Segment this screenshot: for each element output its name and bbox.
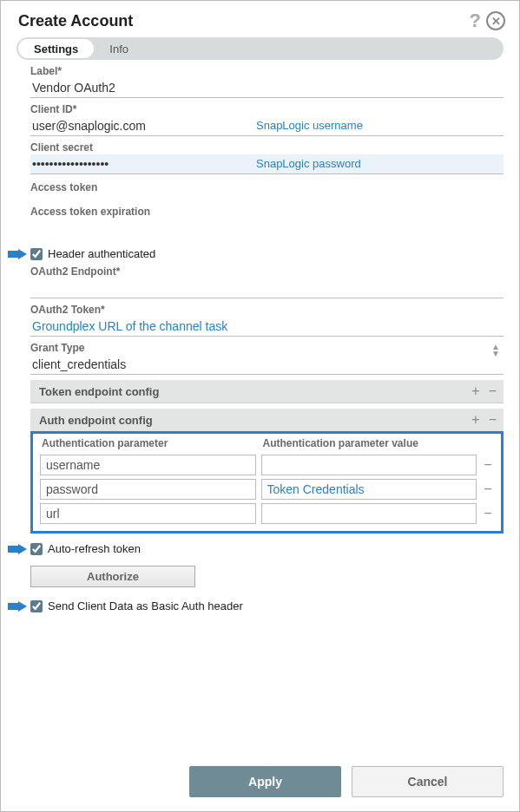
- pointer-arrow-icon: [8, 544, 27, 554]
- tabs-filler: [144, 37, 504, 60]
- create-account-dialog: Create Account ? ✕ Settings Info Label* …: [0, 0, 520, 812]
- svg-marker-1: [8, 544, 27, 554]
- auto-refresh-row: Auto-refresh token: [30, 542, 504, 555]
- client-secret-label: Client secret: [30, 141, 504, 154]
- tab-settings[interactable]: Settings: [18, 39, 94, 58]
- auth-param-name-input[interactable]: [40, 503, 256, 524]
- dialog-header-icons: ? ✕: [470, 10, 505, 32]
- auth-param-headers: Authentication parameter Authentication …: [40, 437, 494, 451]
- auth-param-value-input[interactable]: [261, 455, 477, 475]
- minus-icon[interactable]: −: [489, 383, 497, 399]
- auth-endpoint-config-header[interactable]: Auth endpoint config + −: [30, 409, 504, 432]
- token-endpoint-config-icons: + −: [471, 383, 497, 399]
- auth-endpoint-config-icons: + −: [471, 412, 497, 428]
- client-id-input[interactable]: [30, 116, 504, 136]
- auto-refresh-label: Auto-refresh token: [48, 542, 141, 555]
- auth-endpoint-config-body: Authentication parameter Authentication …: [30, 431, 504, 534]
- minus-icon[interactable]: −: [482, 481, 494, 497]
- help-icon[interactable]: ?: [470, 10, 481, 32]
- client-secret-input[interactable]: [30, 154, 504, 174]
- field-grant-type: Grant Type ▲▼: [30, 342, 504, 375]
- auth-param-value-input[interactable]: [261, 503, 477, 524]
- pointer-arrow-icon: [8, 249, 27, 259]
- grant-type-select[interactable]: [30, 355, 504, 375]
- field-client-id: Client ID* SnapLogic username: [30, 103, 504, 136]
- label-input[interactable]: [30, 78, 504, 98]
- auto-refresh-checkbox[interactable]: [30, 543, 43, 555]
- header-authenticated-label: Header authenticated: [48, 247, 155, 260]
- oauth-token-input[interactable]: [30, 317, 504, 337]
- send-basic-auth-label: Send Client Data as Basic Auth header: [48, 599, 243, 612]
- field-oauth-token: OAuth2 Token*: [30, 304, 504, 337]
- plus-icon[interactable]: +: [471, 383, 479, 399]
- field-oauth-endpoint: OAuth2 Endpoint*: [30, 265, 504, 298]
- close-icon[interactable]: ✕: [486, 11, 505, 30]
- field-label: Label*: [30, 65, 504, 98]
- auth-param-col2: Authentication parameter value: [261, 437, 483, 451]
- send-basic-auth-checkbox[interactable]: [30, 600, 43, 612]
- pointer-arrow-icon: [8, 601, 27, 612]
- token-endpoint-config-title: Token endpoint config: [39, 385, 159, 398]
- oauth-endpoint-input[interactable]: [30, 278, 504, 298]
- chevron-updown-icon[interactable]: ▲▼: [491, 344, 500, 357]
- tab-info[interactable]: Info: [94, 37, 144, 60]
- dialog-content: Label* Client ID* SnapLogic username Cli…: [1, 63, 519, 754]
- cancel-button[interactable]: Cancel: [352, 766, 504, 797]
- client-id-label: Client ID*: [30, 103, 504, 115]
- svg-marker-0: [8, 249, 27, 259]
- oauth-endpoint-label: OAuth2 Endpoint*: [30, 265, 504, 278]
- auth-param-row: −: [40, 455, 494, 475]
- auth-param-name-input[interactable]: [40, 455, 256, 475]
- oauth-token-label: OAuth2 Token*: [30, 304, 504, 316]
- grant-type-label: Grant Type: [30, 342, 504, 354]
- access-token-exp-label: Access token expiration: [30, 206, 504, 218]
- minus-icon[interactable]: −: [489, 412, 497, 428]
- dialog-title: Create Account: [18, 12, 133, 30]
- token-endpoint-config-header[interactable]: Token endpoint config + −: [30, 380, 504, 403]
- auth-param-name-input[interactable]: [40, 479, 256, 500]
- dialog-header: Create Account ? ✕: [1, 1, 519, 37]
- access-token-label: Access token: [30, 181, 504, 193]
- dialog-footer: Apply Cancel: [1, 754, 519, 811]
- authorize-button[interactable]: Authorize: [30, 566, 195, 587]
- auth-param-value-input[interactable]: [261, 479, 477, 500]
- field-client-secret: Client secret SnapLogic password: [30, 141, 504, 174]
- send-basic-auth-row: Send Client Data as Basic Auth header: [30, 599, 504, 612]
- header-authenticated-row: Header authenticated: [30, 247, 504, 260]
- header-authenticated-checkbox[interactable]: [30, 248, 43, 260]
- label-label: Label*: [30, 65, 504, 77]
- minus-icon[interactable]: −: [482, 457, 494, 473]
- auth-endpoint-config-title: Auth endpoint config: [39, 414, 153, 427]
- apply-button[interactable]: Apply: [189, 766, 341, 797]
- auth-param-col1: Authentication parameter: [40, 437, 261, 451]
- auth-param-row: −: [40, 479, 494, 500]
- minus-icon[interactable]: −: [482, 506, 494, 521]
- tabs: Settings Info: [16, 37, 504, 60]
- plus-icon[interactable]: +: [471, 412, 479, 428]
- auth-param-row: −: [40, 503, 494, 524]
- svg-marker-2: [8, 601, 27, 612]
